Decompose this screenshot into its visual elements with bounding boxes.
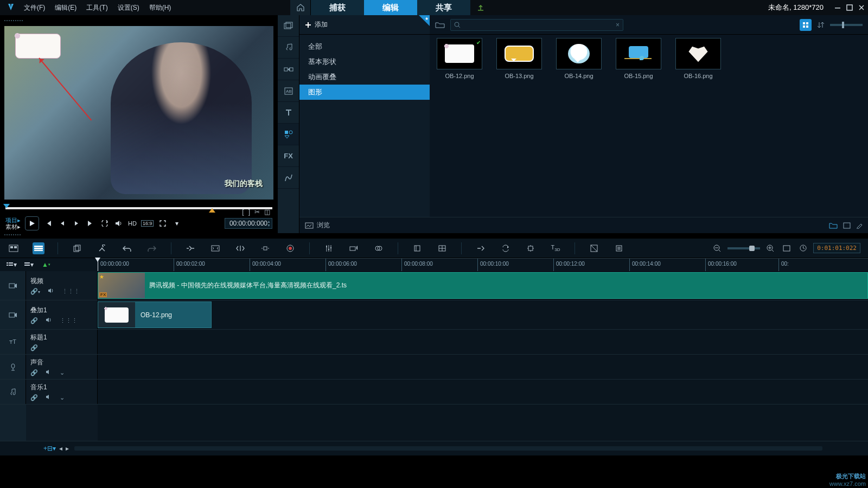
thumbnail-view-icon[interactable]: [800, 19, 812, 31]
folder-icon[interactable]: [435, 21, 445, 29]
track-motion-icon[interactable]: [525, 242, 537, 254]
ripple-icon[interactable]: [184, 242, 196, 254]
hd-label[interactable]: HD: [128, 220, 137, 227]
rail-transition-icon[interactable]: [278, 59, 299, 80]
minimize-icon[interactable]: [833, 3, 842, 12]
tools-icon[interactable]: [96, 242, 108, 254]
upload-icon[interactable]: [470, 0, 491, 15]
menu-help[interactable]: 帮助(H): [149, 3, 171, 12]
redo-icon[interactable]: [146, 242, 158, 254]
thumb-ob16[interactable]: OB-16.png: [674, 38, 723, 79]
timeline-view-icon[interactable]: [33, 242, 44, 254]
pin-flag-icon[interactable]: [419, 15, 430, 26]
pan-zoom-icon[interactable]: [613, 242, 625, 254]
timeline-ruler[interactable]: 00:00:00:00 00:00:02:00 00:00:04:00 00:0…: [98, 258, 868, 271]
tab-share[interactable]: 共享: [417, 0, 470, 15]
track-height-icon[interactable]: ▾: [23, 259, 35, 271]
track-options-icon[interactable]: ▾: [5, 259, 17, 271]
fit-icon[interactable]: [209, 242, 221, 254]
clock-icon[interactable]: [797, 242, 809, 254]
goto-start-icon[interactable]: [43, 219, 53, 228]
rail-audio-icon[interactable]: [278, 37, 299, 59]
search-input[interactable]: ×: [450, 19, 623, 31]
link-icon[interactable]: 🔗: [30, 369, 38, 376]
tree-item-basic[interactable]: 基本形状: [299, 54, 430, 69]
goto-end-icon[interactable]: [86, 219, 95, 228]
add-button[interactable]: 添加: [305, 20, 328, 29]
menu-file[interactable]: 文件(F): [24, 3, 45, 12]
timeline-drag-handle[interactable]: [0, 233, 868, 239]
edit-icon[interactable]: [856, 222, 863, 229]
thumb-ob15[interactable]: OB-15.png: [614, 38, 663, 79]
mixer-icon[interactable]: [323, 242, 335, 254]
thumb-ob14[interactable]: OB-14.png: [554, 38, 603, 79]
horizontal-scrollbar[interactable]: [74, 446, 822, 451]
slide-icon[interactable]: [259, 242, 271, 254]
scroll-up-icon[interactable]: ▲▾: [40, 259, 52, 271]
timecode-display[interactable]: 00:00:00:000 ▲▼: [225, 218, 272, 229]
menu-settings[interactable]: 设置(S): [118, 3, 139, 12]
volume-icon[interactable]: [114, 219, 124, 228]
tab-edit[interactable]: 编辑: [364, 0, 417, 15]
scroll-left-icon[interactable]: ◂: [59, 445, 62, 452]
add-track-icon[interactable]: +⊟▾: [43, 445, 56, 452]
menu-tools[interactable]: 工具(T): [86, 3, 107, 12]
next-frame-icon[interactable]: [72, 219, 81, 228]
preview-tab-material[interactable]: 素材▸: [5, 223, 21, 230]
link-icon[interactable]: 🔗: [30, 344, 38, 351]
overlay-clip[interactable]: OB-12.png: [98, 301, 212, 328]
track-icon-voice[interactable]: [0, 355, 26, 379]
link-icon[interactable]: 🔗▾: [30, 288, 40, 295]
menu-edit[interactable]: 编辑(E): [55, 3, 76, 12]
loop-icon[interactable]: [100, 219, 110, 228]
scroll-right-icon[interactable]: ▸: [66, 445, 69, 452]
chapter-icon[interactable]: [411, 242, 423, 254]
rail-media-icon[interactable]: [278, 15, 299, 37]
speaker-icon[interactable]: [46, 317, 52, 324]
browse-icon[interactable]: 浏览: [305, 221, 330, 230]
aspect-ratio-badge[interactable]: 16:9: [141, 220, 154, 227]
track-icon-video[interactable]: [0, 271, 26, 300]
overlay-card[interactable]: [15, 34, 61, 59]
home-tab-icon[interactable]: [290, 0, 311, 15]
speaker-icon[interactable]: [48, 288, 54, 295]
zoom-in-icon[interactable]: [764, 242, 776, 254]
play-button[interactable]: [25, 216, 39, 230]
link-icon[interactable]: 🔗: [30, 317, 38, 324]
rail-text-icon[interactable]: [278, 102, 299, 124]
zoom-slider[interactable]: [727, 247, 760, 249]
chevron-down-icon[interactable]: ▾: [172, 219, 182, 228]
thumbnail-size-slider[interactable]: [830, 24, 863, 26]
track-icon-title[interactable]: ᴛT: [0, 330, 26, 354]
scissors-icon[interactable]: ✂: [254, 208, 260, 216]
tree-item-graphic[interactable]: 图形: [299, 85, 430, 100]
split-icon[interactable]: ◫: [264, 208, 270, 216]
link-icon[interactable]: 🔗: [30, 394, 38, 401]
storyboard-view-icon[interactable]: [8, 242, 20, 254]
rail-title-icon[interactable]: AB: [278, 80, 299, 102]
chevron-down-icon[interactable]: ⌄: [60, 369, 65, 376]
maximize-icon[interactable]: [845, 3, 854, 12]
speaker-icon[interactable]: [46, 394, 52, 401]
slip-icon[interactable]: [234, 242, 246, 254]
track-icon-overlay[interactable]: [0, 300, 26, 329]
clear-search-icon[interactable]: ×: [616, 21, 620, 29]
undo-icon[interactable]: [121, 242, 133, 254]
track-icon-music[interactable]: [0, 380, 26, 404]
speaker-icon[interactable]: [46, 369, 52, 376]
sort-icon[interactable]: [817, 21, 825, 29]
mask-icon[interactable]: [588, 242, 600, 254]
rail-fx-icon[interactable]: FX: [278, 145, 299, 167]
record-icon[interactable]: [284, 242, 296, 254]
mark-in-icon[interactable]: [: [242, 208, 244, 216]
tab-capture[interactable]: 捕获: [311, 0, 364, 15]
video-preview[interactable]: 我们的客栈: [4, 26, 273, 200]
mark-out-icon[interactable]: ]: [248, 208, 250, 216]
chevron-down-icon[interactable]: ⌄: [60, 394, 65, 401]
auto-music-icon[interactable]: [348, 242, 360, 254]
zoom-out-icon[interactable]: [711, 242, 723, 254]
3d-title-icon[interactable]: T3D: [550, 242, 561, 254]
rail-graphic-icon[interactable]: [278, 124, 299, 145]
tree-item-anim[interactable]: 动画覆叠: [299, 69, 430, 85]
prev-frame-icon[interactable]: [58, 219, 67, 228]
